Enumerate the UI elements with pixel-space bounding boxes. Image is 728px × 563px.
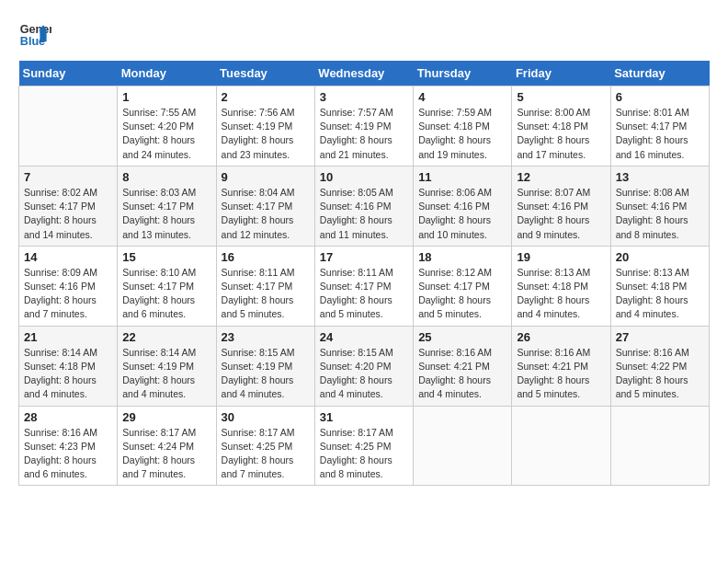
- day-number: 10: [320, 170, 408, 184]
- day-info: Sunrise: 8:14 AMSunset: 4:18 PMDaylight:…: [24, 346, 112, 402]
- day-number: 25: [418, 330, 506, 344]
- weekday-header-thursday: Thursday: [414, 61, 512, 86]
- calendar-cell: 7Sunrise: 8:02 AMSunset: 4:17 PMDaylight…: [19, 166, 118, 246]
- calendar-cell: 5Sunrise: 8:00 AMSunset: 4:18 PMDaylight…: [512, 86, 610, 167]
- day-info: Sunrise: 8:16 AMSunset: 4:22 PMDaylight:…: [616, 346, 704, 402]
- calendar-cell: [19, 86, 118, 167]
- day-info: Sunrise: 8:14 AMSunset: 4:19 PMDaylight:…: [122, 346, 210, 402]
- calendar-cell: 15Sunrise: 8:10 AMSunset: 4:17 PMDayligh…: [118, 246, 216, 326]
- day-number: 21: [24, 330, 112, 344]
- day-number: 11: [418, 170, 506, 184]
- calendar-cell: 1Sunrise: 7:55 AMSunset: 4:20 PMDaylight…: [118, 86, 216, 167]
- day-info: Sunrise: 8:08 AMSunset: 4:16 PMDaylight:…: [616, 186, 704, 242]
- day-info: Sunrise: 8:09 AMSunset: 4:16 PMDaylight:…: [24, 266, 112, 322]
- calendar-cell: 25Sunrise: 8:16 AMSunset: 4:21 PMDayligh…: [414, 326, 512, 406]
- day-info: Sunrise: 7:57 AMSunset: 4:19 PMDaylight:…: [320, 106, 408, 162]
- calendar-cell: 21Sunrise: 8:14 AMSunset: 4:18 PMDayligh…: [19, 326, 118, 406]
- calendar-cell: 12Sunrise: 8:07 AMSunset: 4:16 PMDayligh…: [512, 166, 610, 246]
- day-number: 30: [222, 410, 310, 424]
- day-number: 18: [418, 250, 506, 264]
- day-info: Sunrise: 8:03 AMSunset: 4:17 PMDaylight:…: [122, 186, 210, 242]
- day-number: 27: [616, 330, 704, 344]
- day-number: 8: [122, 170, 210, 184]
- week-row-1: 1Sunrise: 7:55 AMSunset: 4:20 PMDaylight…: [19, 86, 710, 167]
- calendar-cell: [610, 406, 709, 486]
- weekday-header-saturday: Saturday: [610, 61, 709, 86]
- calendar-cell: 22Sunrise: 8:14 AMSunset: 4:19 PMDayligh…: [118, 326, 216, 406]
- day-info: Sunrise: 7:55 AMSunset: 4:20 PMDaylight:…: [122, 106, 210, 162]
- calendar-table: SundayMondayTuesdayWednesdayThursdayFrid…: [18, 61, 710, 486]
- day-info: Sunrise: 8:01 AMSunset: 4:17 PMDaylight:…: [616, 106, 704, 162]
- day-number: 22: [122, 330, 210, 344]
- calendar-cell: 8Sunrise: 8:03 AMSunset: 4:17 PMDaylight…: [118, 166, 216, 246]
- day-number: 26: [517, 330, 605, 344]
- day-info: Sunrise: 8:17 AMSunset: 4:25 PMDaylight:…: [320, 426, 408, 482]
- day-number: 6: [616, 90, 704, 104]
- day-info: Sunrise: 8:17 AMSunset: 4:24 PMDaylight:…: [122, 426, 210, 482]
- calendar-cell: 2Sunrise: 7:56 AMSunset: 4:19 PMDaylight…: [216, 86, 314, 167]
- day-info: Sunrise: 8:02 AMSunset: 4:17 PMDaylight:…: [24, 186, 112, 242]
- day-info: Sunrise: 8:16 AMSunset: 4:21 PMDaylight:…: [517, 346, 605, 402]
- logo-icon: General Blue: [18, 18, 51, 52]
- calendar-cell: 11Sunrise: 8:06 AMSunset: 4:16 PMDayligh…: [414, 166, 512, 246]
- day-number: 24: [320, 330, 408, 344]
- calendar-cell: 24Sunrise: 8:15 AMSunset: 4:20 PMDayligh…: [314, 326, 413, 406]
- day-info: Sunrise: 8:11 AMSunset: 4:17 PMDaylight:…: [222, 266, 310, 322]
- calendar-cell: 3Sunrise: 7:57 AMSunset: 4:19 PMDaylight…: [314, 86, 413, 167]
- calendar-cell: 18Sunrise: 8:12 AMSunset: 4:17 PMDayligh…: [414, 246, 512, 326]
- week-row-4: 21Sunrise: 8:14 AMSunset: 4:18 PMDayligh…: [19, 326, 710, 406]
- day-info: Sunrise: 7:56 AMSunset: 4:19 PMDaylight:…: [222, 106, 310, 162]
- calendar-cell: 13Sunrise: 8:08 AMSunset: 4:16 PMDayligh…: [610, 166, 709, 246]
- day-info: Sunrise: 8:12 AMSunset: 4:17 PMDaylight:…: [418, 266, 506, 322]
- day-number: 23: [222, 330, 310, 344]
- day-number: 31: [320, 410, 408, 424]
- day-info: Sunrise: 8:05 AMSunset: 4:16 PMDaylight:…: [320, 186, 408, 242]
- day-info: Sunrise: 8:04 AMSunset: 4:17 PMDaylight:…: [222, 186, 310, 242]
- day-info: Sunrise: 8:11 AMSunset: 4:17 PMDaylight:…: [320, 266, 408, 322]
- calendar-cell: 23Sunrise: 8:15 AMSunset: 4:19 PMDayligh…: [216, 326, 314, 406]
- day-number: 19: [517, 250, 605, 264]
- day-number: 29: [122, 410, 210, 424]
- calendar-cell: 29Sunrise: 8:17 AMSunset: 4:24 PMDayligh…: [118, 406, 216, 486]
- weekday-header-row: SundayMondayTuesdayWednesdayThursdayFrid…: [19, 61, 710, 86]
- day-info: Sunrise: 8:06 AMSunset: 4:16 PMDaylight:…: [418, 186, 506, 242]
- calendar-cell: 30Sunrise: 8:17 AMSunset: 4:25 PMDayligh…: [216, 406, 314, 486]
- calendar-cell: 4Sunrise: 7:59 AMSunset: 4:18 PMDaylight…: [414, 86, 512, 167]
- day-info: Sunrise: 7:59 AMSunset: 4:18 PMDaylight:…: [418, 106, 506, 162]
- day-info: Sunrise: 8:07 AMSunset: 4:16 PMDaylight:…: [517, 186, 605, 242]
- day-number: 14: [24, 250, 112, 264]
- day-info: Sunrise: 8:10 AMSunset: 4:17 PMDaylight:…: [122, 266, 210, 322]
- calendar-cell: 10Sunrise: 8:05 AMSunset: 4:16 PMDayligh…: [314, 166, 413, 246]
- weekday-header-sunday: Sunday: [19, 61, 118, 86]
- weekday-header-friday: Friday: [512, 61, 610, 86]
- week-row-3: 14Sunrise: 8:09 AMSunset: 4:16 PMDayligh…: [19, 246, 710, 326]
- calendar-cell: 19Sunrise: 8:13 AMSunset: 4:18 PMDayligh…: [512, 246, 610, 326]
- week-row-2: 7Sunrise: 8:02 AMSunset: 4:17 PMDaylight…: [19, 166, 710, 246]
- calendar-cell: 17Sunrise: 8:11 AMSunset: 4:17 PMDayligh…: [314, 246, 413, 326]
- weekday-header-tuesday: Tuesday: [216, 61, 314, 86]
- page-header: General Blue: [18, 18, 710, 52]
- day-number: 28: [24, 410, 112, 424]
- day-info: Sunrise: 8:00 AMSunset: 4:18 PMDaylight:…: [517, 106, 605, 162]
- weekday-header-wednesday: Wednesday: [314, 61, 413, 86]
- weekday-header-monday: Monday: [118, 61, 216, 86]
- calendar-cell: [512, 406, 610, 486]
- calendar-cell: 6Sunrise: 8:01 AMSunset: 4:17 PMDaylight…: [610, 86, 709, 167]
- day-number: 4: [418, 90, 506, 104]
- day-info: Sunrise: 8:17 AMSunset: 4:25 PMDaylight:…: [222, 426, 310, 482]
- calendar-cell: 31Sunrise: 8:17 AMSunset: 4:25 PMDayligh…: [314, 406, 413, 486]
- day-info: Sunrise: 8:15 AMSunset: 4:19 PMDaylight:…: [222, 346, 310, 402]
- day-number: 9: [222, 170, 310, 184]
- calendar-cell: 16Sunrise: 8:11 AMSunset: 4:17 PMDayligh…: [216, 246, 314, 326]
- calendar-cell: [414, 406, 512, 486]
- week-row-5: 28Sunrise: 8:16 AMSunset: 4:23 PMDayligh…: [19, 406, 710, 486]
- calendar-cell: 27Sunrise: 8:16 AMSunset: 4:22 PMDayligh…: [610, 326, 709, 406]
- calendar-cell: 26Sunrise: 8:16 AMSunset: 4:21 PMDayligh…: [512, 326, 610, 406]
- day-number: 7: [24, 170, 112, 184]
- calendar-cell: 14Sunrise: 8:09 AMSunset: 4:16 PMDayligh…: [19, 246, 118, 326]
- day-info: Sunrise: 8:13 AMSunset: 4:18 PMDaylight:…: [517, 266, 605, 322]
- day-number: 1: [122, 90, 210, 104]
- day-info: Sunrise: 8:16 AMSunset: 4:23 PMDaylight:…: [24, 426, 112, 482]
- day-info: Sunrise: 8:13 AMSunset: 4:18 PMDaylight:…: [616, 266, 704, 322]
- calendar-cell: 28Sunrise: 8:16 AMSunset: 4:23 PMDayligh…: [19, 406, 118, 486]
